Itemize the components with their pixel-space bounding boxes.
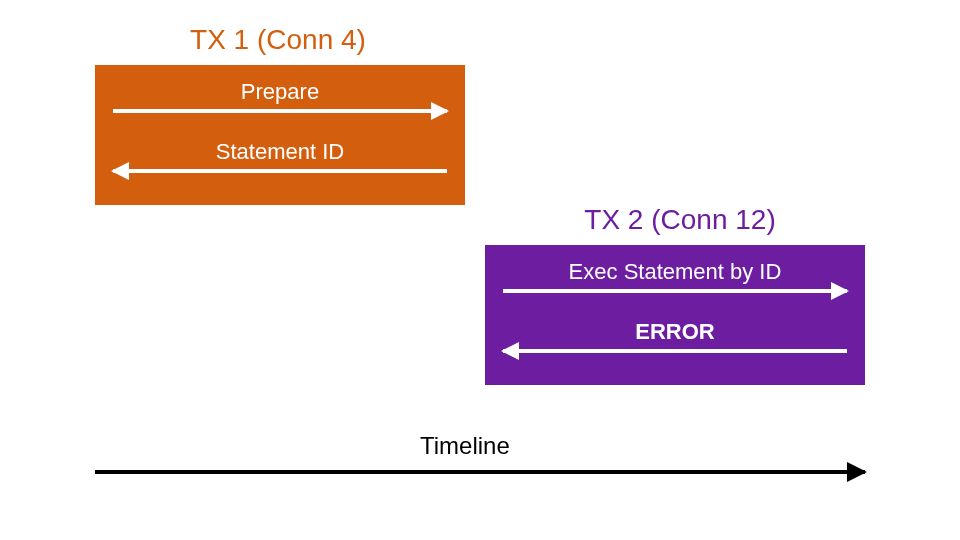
tx2-exec-label: Exec Statement by ID: [503, 259, 847, 285]
arrow-right-icon: [503, 289, 847, 293]
timeline-label: Timeline: [420, 432, 510, 460]
tx2-title: TX 2 (Conn 12): [530, 204, 830, 236]
arrow-left-icon: [113, 169, 447, 173]
tx1-statement-id-label: Statement ID: [113, 139, 447, 165]
tx1-row-statement-id: Statement ID: [113, 139, 447, 173]
tx1-prepare-label: Prepare: [113, 79, 447, 105]
tx2-box: Exec Statement by ID ERROR: [485, 245, 865, 385]
arrow-right-icon: [113, 109, 447, 113]
tx1-title: TX 1 (Conn 4): [138, 24, 418, 56]
tx2-error-label: ERROR: [503, 319, 847, 345]
arrow-left-icon: [503, 349, 847, 353]
tx2-row-exec: Exec Statement by ID: [503, 259, 847, 293]
tx2-row-error: ERROR: [503, 319, 847, 353]
tx1-row-prepare: Prepare: [113, 79, 447, 113]
tx1-box: Prepare Statement ID: [95, 65, 465, 205]
timeline-arrow-icon: [95, 470, 865, 474]
